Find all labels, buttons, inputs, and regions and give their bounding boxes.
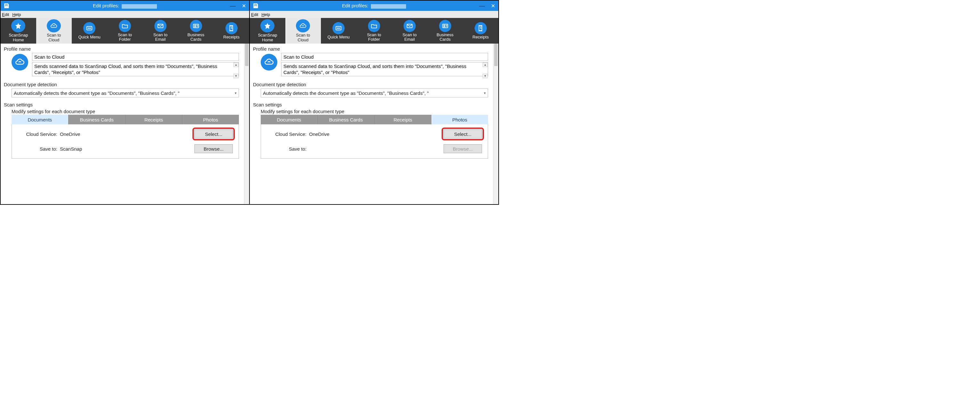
detection-dropdown-value: Automatically detects the document type … xyxy=(263,90,483,96)
cloud-icon xyxy=(47,19,61,32)
section-scan-settings: Scan settings xyxy=(253,102,490,107)
svg-point-14 xyxy=(444,25,445,26)
detection-dropdown[interactable]: Automatically detects the document type … xyxy=(261,88,488,97)
grid-icon xyxy=(83,22,95,34)
section-profile-name: Profile name xyxy=(4,46,241,52)
toolbar-home[interactable]: ScanSnap Home xyxy=(250,18,285,44)
scan-settings-subtitle: Modify settings for each document type xyxy=(261,108,490,114)
window-title: Edit profiles: xyxy=(250,3,498,8)
card-icon xyxy=(190,20,202,32)
cloud-icon xyxy=(296,19,310,32)
toolbar-home[interactable]: ScanSnap Home xyxy=(1,18,36,44)
select-button[interactable]: Select... xyxy=(194,129,233,139)
receipt-icon: $ xyxy=(475,22,487,34)
profile-description-input[interactable]: Sends scanned data to ScanSnap Cloud, an… xyxy=(32,62,239,76)
save-to-label: Save to: xyxy=(265,146,307,151)
menu-help[interactable]: Help xyxy=(12,12,21,17)
svg-point-11 xyxy=(339,28,340,29)
profile-cloud-icon xyxy=(261,54,277,70)
detection-dropdown-value: Automatically detects the document type … xyxy=(14,90,234,96)
section-doc-detection: Document type detection xyxy=(4,82,241,87)
tab-business cards[interactable]: Business Cards xyxy=(68,115,126,124)
toolbar-cloud[interactable]: Scan to Cloud xyxy=(285,18,321,44)
cloud-service-label: Cloud Service: xyxy=(265,131,307,137)
toolbar-folder[interactable]: Scan to Folder xyxy=(356,18,392,44)
app-window: Edit profiles: — ✕ Edit Help ScanSnap Ho… xyxy=(250,1,498,204)
toolbar-quick[interactable]: Quick Menu xyxy=(321,18,356,44)
titlebar: Edit profiles: — ✕ xyxy=(250,1,498,11)
section-scan-settings: Scan settings xyxy=(4,102,241,107)
menu-edit[interactable]: Edit xyxy=(2,12,9,17)
window-title: Edit profiles: xyxy=(1,3,249,8)
svg-point-3 xyxy=(90,28,91,29)
svg-point-1 xyxy=(88,28,89,29)
profile-name-input[interactable] xyxy=(32,53,239,61)
select-button-highlight: Select... xyxy=(192,127,235,140)
textarea-spinner[interactable]: ▲▼ xyxy=(234,62,239,78)
close-button[interactable]: ✕ xyxy=(238,1,249,11)
section-doc-detection: Document type detection xyxy=(253,82,490,87)
svg-point-2 xyxy=(89,28,90,29)
vertical-scrollbar[interactable] xyxy=(493,44,498,204)
section-profile-name: Profile name xyxy=(253,46,490,52)
profile-name-input[interactable] xyxy=(281,53,488,61)
profile-toolbar: ScanSnap Home Scan to Cloud Quick Menu S… xyxy=(250,18,498,44)
doc-type-panel: Cloud Service: OneDrive Select... Save t… xyxy=(261,124,488,159)
save-to-value: ScanSnap xyxy=(60,146,192,151)
toolbar-folder[interactable]: Scan to Folder xyxy=(107,18,143,44)
tab-receipts[interactable]: Receipts xyxy=(375,115,432,124)
content-area: Profile name Sends scanned data to ScanS… xyxy=(1,44,249,204)
menu-edit[interactable]: Edit xyxy=(251,12,258,17)
toolbar-cloud[interactable]: Scan to Cloud xyxy=(36,18,72,44)
app-window: Edit profiles: — ✕ Edit Help ScanSnap Ho… xyxy=(1,1,250,204)
menu-help[interactable]: Help xyxy=(261,12,270,17)
vertical-scrollbar[interactable] xyxy=(244,44,249,204)
star-icon xyxy=(11,19,25,32)
svg-text:$: $ xyxy=(480,27,481,29)
svg-point-9 xyxy=(337,28,338,29)
minimize-button[interactable]: — xyxy=(477,1,487,11)
profile-description-input[interactable]: Sends scanned data to ScanSnap Cloud, an… xyxy=(281,62,488,76)
select-button[interactable]: Select... xyxy=(444,129,482,139)
select-button-highlight: Select... xyxy=(442,127,484,140)
toolbar-bcard[interactable]: Business Cards xyxy=(178,18,214,44)
doc-type-tabs: DocumentsBusiness CardsReceiptsPhotos xyxy=(11,115,239,124)
tab-photos[interactable]: Photos xyxy=(182,115,239,124)
detection-dropdown[interactable]: Automatically detects the document type … xyxy=(11,88,239,97)
titlebar: Edit profiles: — ✕ xyxy=(1,1,249,11)
svg-point-6 xyxy=(194,25,196,26)
cloud-service-value: OneDrive xyxy=(60,131,192,137)
chevron-down-icon: ▾ xyxy=(235,91,237,95)
mail-icon xyxy=(404,20,416,32)
mail-icon xyxy=(154,20,167,32)
tab-photos[interactable]: Photos xyxy=(431,115,488,124)
app-logo-icon xyxy=(252,3,259,9)
tab-business cards[interactable]: Business Cards xyxy=(318,115,375,124)
cloud-service-label: Cloud Service: xyxy=(16,131,57,137)
save-to-label: Save to: xyxy=(16,146,57,151)
profile-toolbar: ScanSnap Home Scan to Cloud Quick Menu S… xyxy=(1,18,249,44)
profile-cloud-icon xyxy=(11,54,28,70)
browse-button[interactable]: Browse... xyxy=(194,144,233,153)
receipt-icon: $ xyxy=(226,22,238,34)
svg-text:$: $ xyxy=(231,27,232,29)
textarea-spinner[interactable]: ▲▼ xyxy=(483,62,488,78)
toolbar-bcard[interactable]: Business Cards xyxy=(427,18,463,44)
toolbar-email[interactable]: Scan to Email xyxy=(392,18,427,44)
card-icon xyxy=(439,20,451,32)
chevron-down-icon: ▾ xyxy=(484,91,486,95)
tab-documents[interactable]: Documents xyxy=(11,115,68,124)
content-area: Profile name Sends scanned data to ScanS… xyxy=(250,44,498,204)
folder-icon xyxy=(119,20,131,32)
toolbar-rcpt[interactable]: $ Receipts xyxy=(214,18,249,44)
close-button[interactable]: ✕ xyxy=(487,1,498,11)
toolbar-rcpt[interactable]: $ Receipts xyxy=(463,18,498,44)
tab-receipts[interactable]: Receipts xyxy=(126,115,183,124)
toolbar-email[interactable]: Scan to Email xyxy=(143,18,178,44)
cloud-service-value: OneDrive xyxy=(309,131,442,137)
minimize-button[interactable]: — xyxy=(228,1,238,11)
menubar: Edit Help xyxy=(1,11,249,18)
tab-documents[interactable]: Documents xyxy=(261,115,318,124)
toolbar-quick[interactable]: Quick Menu xyxy=(72,18,107,44)
folder-icon xyxy=(368,20,380,32)
